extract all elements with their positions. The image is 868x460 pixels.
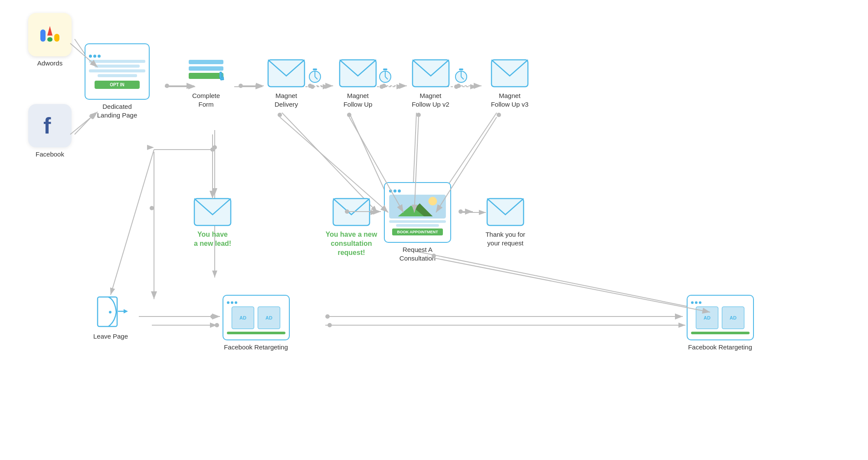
svg-line-27 (111, 150, 154, 295)
leave-page-label: Leave Page (93, 332, 128, 341)
svg-rect-54 (333, 199, 370, 225)
magnet-followup-v3-node: Magnet Follow Up v3 (477, 56, 542, 108)
magnet-followup-v3-label: Magnet Follow Up v3 (491, 91, 529, 108)
magnet-followup-v2-icon (411, 56, 450, 89)
adwords-node: Adwords (22, 13, 78, 68)
landing-page-icon: OPT IN (85, 43, 150, 100)
svg-point-77 (210, 147, 215, 152)
facebook-node: f Facebook (22, 104, 78, 159)
complete-form-icon (187, 50, 226, 89)
canvas: Adwords f Facebook OPT IN Dedicate (0, 0, 868, 460)
svg-line-19 (416, 251, 716, 312)
svg-rect-42 (340, 60, 376, 87)
complete-form-label: Complete Form (192, 91, 220, 108)
thank-you-icon (486, 195, 525, 228)
svg-line-101 (434, 258, 710, 312)
magnet-followup-node: Magnet Follow Up (330, 56, 386, 108)
svg-point-95 (210, 314, 215, 319)
svg-rect-49 (459, 69, 463, 70)
leave-page-icon (91, 295, 130, 330)
svg-rect-59 (487, 199, 524, 225)
svg-rect-44 (383, 69, 387, 70)
magnet-delivery-label: Magnet Delivery (275, 91, 298, 108)
svg-rect-52 (491, 60, 528, 87)
magnet-followup-label: Magnet Follow Up (344, 91, 373, 108)
svg-rect-53 (194, 199, 231, 225)
svg-point-61 (109, 311, 111, 313)
thank-you-node: Thank you for your request (471, 195, 540, 247)
svg-rect-39 (313, 69, 317, 70)
request-consultation-node: BOOK APPOINTMENT Request A Consultation (380, 182, 455, 262)
fb-retargeting-1-node: AD AD Facebook Retargeting (217, 295, 295, 352)
svg-text:f: f (43, 113, 51, 138)
svg-rect-60 (98, 297, 117, 326)
landing-page-label: Dedicated Landing Page (97, 102, 138, 119)
svg-point-83 (278, 113, 282, 117)
consultation-request-icon (332, 195, 371, 228)
magnet-followup-v2-label: Magnet Follow Up v2 (412, 91, 449, 108)
facebook-label: Facebook (36, 150, 64, 159)
request-consultation-icon: BOOK APPOINTMENT (384, 182, 451, 243)
svg-marker-63 (124, 309, 128, 313)
svg-rect-30 (54, 34, 59, 42)
svg-point-25 (213, 145, 217, 150)
svg-point-23 (328, 323, 332, 327)
landing-page-node: OPT IN Dedicated Landing Page (80, 43, 154, 119)
svg-point-69 (239, 84, 243, 88)
timer-2 (378, 67, 392, 84)
facebook-icon-box: f (28, 104, 72, 147)
leave-page-node: Leave Page (78, 295, 143, 341)
adwords-icon-box (28, 13, 72, 56)
magnet-followup-v3-icon (490, 56, 529, 89)
fb-retargeting-2-node: AD AD Facebook Retargeting (681, 295, 759, 352)
svg-point-67 (165, 84, 169, 88)
timer-2-icon (378, 67, 392, 84)
new-lead-node: You have a new lead! (180, 195, 245, 248)
svg-point-87 (416, 113, 421, 117)
fb-retargeting-2-icon: AD AD (687, 295, 754, 340)
svg-rect-31 (47, 37, 52, 42)
magnet-followup-v2-node: Magnet Follow Up v2 (399, 56, 462, 108)
svg-point-85 (347, 113, 351, 117)
timer-3-icon (454, 67, 468, 84)
facebook-icon: f (37, 113, 63, 139)
svg-point-80 (150, 206, 154, 210)
svg-point-93 (459, 209, 463, 214)
timer-1 (308, 67, 322, 84)
svg-point-89 (497, 113, 501, 117)
svg-rect-36 (222, 73, 223, 78)
magnet-delivery-node: Magnet Delivery (260, 56, 312, 108)
new-lead-icon (193, 195, 232, 228)
adwords-icon (37, 22, 63, 48)
timer-1-icon (308, 67, 322, 84)
request-consultation-label: Request A Consultation (400, 245, 436, 262)
svg-rect-35 (221, 73, 222, 78)
adwords-label: Adwords (37, 59, 62, 68)
magnet-delivery-icon (267, 56, 306, 89)
svg-rect-37 (268, 60, 305, 87)
timer-3 (454, 67, 468, 84)
svg-rect-29 (40, 29, 46, 42)
svg-point-56 (429, 197, 437, 206)
fb-retargeting-1-label: Facebook Retargeting (224, 343, 288, 352)
mountain-img (389, 195, 446, 219)
fb-retargeting-2-label: Facebook Retargeting (688, 343, 752, 352)
svg-point-98 (325, 314, 330, 319)
magnet-followup-icon (338, 56, 377, 89)
thank-you-label: Thank you for your request (485, 230, 525, 247)
consultation-request-label: You have a new consultation request! (326, 230, 377, 257)
svg-rect-34 (219, 72, 220, 77)
fb-retargeting-1-icon: AD AD (223, 295, 290, 340)
complete-form-node: Complete Form (180, 50, 232, 108)
new-lead-label: You have a new lead! (194, 230, 231, 248)
svg-rect-47 (413, 60, 449, 87)
cursor-icon (216, 70, 228, 82)
